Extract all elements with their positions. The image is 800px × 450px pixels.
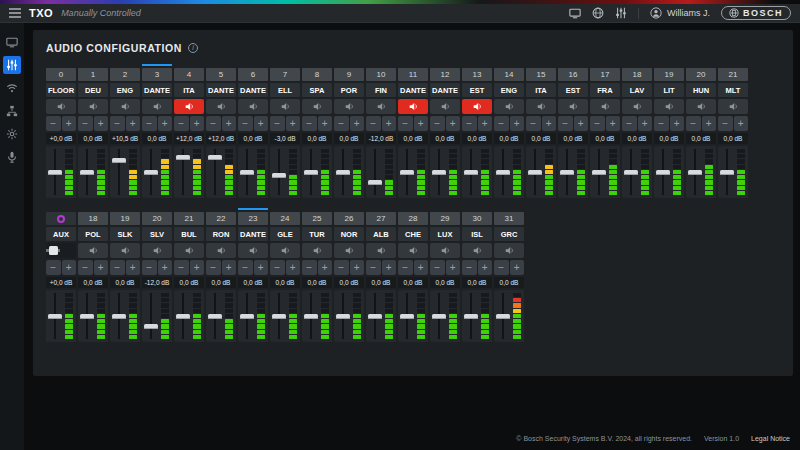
gain-increase-button[interactable]: + <box>158 260 173 275</box>
user-menu[interactable]: Williams J. <box>650 7 710 19</box>
gain-decrease-button[interactable]: − <box>142 116 157 131</box>
gain-increase-button[interactable]: + <box>414 116 429 131</box>
aux-mini-slider[interactable] <box>46 243 76 258</box>
fader-handle[interactable] <box>208 155 222 160</box>
gain-decrease-button[interactable]: − <box>78 116 93 131</box>
gain-increase-button[interactable]: + <box>638 116 653 131</box>
gain-decrease-button[interactable]: − <box>270 116 285 131</box>
fader-handle[interactable] <box>144 170 158 175</box>
gain-increase-button[interactable]: + <box>734 116 749 131</box>
gain-decrease-button[interactable]: − <box>46 260 61 275</box>
gain-increase-button[interactable]: + <box>318 260 333 275</box>
gain-decrease-button[interactable]: − <box>206 260 221 275</box>
info-icon[interactable]: i <box>188 43 198 53</box>
mute-button[interactable] <box>494 99 524 114</box>
gain-increase-button[interactable]: + <box>222 116 237 131</box>
fader-handle[interactable] <box>176 314 190 319</box>
gain-decrease-button[interactable]: − <box>238 260 253 275</box>
fader-handle[interactable] <box>496 170 510 175</box>
fader-handle[interactable] <box>656 170 670 175</box>
gain-decrease-button[interactable]: − <box>366 116 381 131</box>
gain-decrease-button[interactable]: − <box>302 116 317 131</box>
fader-handle[interactable] <box>336 314 350 319</box>
gain-decrease-button[interactable]: − <box>174 116 189 131</box>
gain-decrease-button[interactable]: − <box>398 260 413 275</box>
gain-decrease-button[interactable]: − <box>430 260 445 275</box>
fader-handle[interactable] <box>464 170 478 175</box>
mute-button[interactable] <box>302 99 332 114</box>
gain-decrease-button[interactable]: − <box>430 116 445 131</box>
fader-handle[interactable] <box>112 158 126 163</box>
display-icon[interactable] <box>569 8 581 19</box>
fader-handle[interactable] <box>624 170 638 175</box>
gain-decrease-button[interactable]: − <box>366 260 381 275</box>
fader-handle[interactable] <box>48 314 62 319</box>
gain-decrease-button[interactable]: − <box>526 116 541 131</box>
gain-increase-button[interactable]: + <box>190 260 205 275</box>
fader-handle[interactable] <box>368 180 382 185</box>
gain-decrease-button[interactable]: − <box>334 116 349 131</box>
sidebar-item-network[interactable] <box>3 102 21 120</box>
mute-button[interactable] <box>686 99 716 114</box>
fader-handle[interactable] <box>272 173 286 178</box>
gain-decrease-button[interactable]: − <box>174 260 189 275</box>
fader-handle[interactable] <box>304 170 318 175</box>
mute-button[interactable] <box>334 243 364 258</box>
fader-handle[interactable] <box>240 170 254 175</box>
sidebar-item-wifi[interactable] <box>3 79 21 97</box>
mute-button[interactable] <box>206 99 236 114</box>
gain-decrease-button[interactable]: − <box>398 116 413 131</box>
gain-increase-button[interactable]: + <box>62 260 77 275</box>
gain-increase-button[interactable]: + <box>510 260 525 275</box>
fader-handle[interactable] <box>560 170 574 175</box>
fader-handle[interactable] <box>304 314 318 319</box>
aux-record-button[interactable] <box>46 212 76 225</box>
mute-button[interactable] <box>78 243 108 258</box>
gain-increase-button[interactable]: + <box>94 260 109 275</box>
fader-handle[interactable] <box>400 314 414 319</box>
fader-handle[interactable] <box>112 314 126 319</box>
mute-button[interactable] <box>430 243 460 258</box>
mute-button[interactable] <box>142 99 172 114</box>
mute-button[interactable] <box>462 99 492 114</box>
gain-increase-button[interactable]: + <box>62 116 77 131</box>
mute-button[interactable] <box>398 99 428 114</box>
gain-increase-button[interactable]: + <box>670 116 685 131</box>
sidebar-item-interpreter[interactable] <box>3 148 21 166</box>
mute-button[interactable] <box>718 99 748 114</box>
mute-button[interactable] <box>78 99 108 114</box>
gain-increase-button[interactable]: + <box>446 116 461 131</box>
gain-increase-button[interactable]: + <box>222 260 237 275</box>
gain-decrease-button[interactable]: − <box>718 116 733 131</box>
mute-button[interactable] <box>558 99 588 114</box>
gain-decrease-button[interactable]: − <box>270 260 285 275</box>
fader-handle[interactable] <box>240 314 254 319</box>
aux-slider-knob[interactable] <box>49 246 58 255</box>
fader-handle[interactable] <box>400 170 414 175</box>
legal-notice-link[interactable]: Legal Notice <box>751 435 790 442</box>
mute-button[interactable] <box>110 99 140 114</box>
mute-button[interactable] <box>174 99 204 114</box>
gain-increase-button[interactable]: + <box>286 260 301 275</box>
fader-handle[interactable] <box>208 314 222 319</box>
fader-handle[interactable] <box>272 314 286 319</box>
gain-decrease-button[interactable]: − <box>686 116 701 131</box>
fader-handle[interactable] <box>528 170 542 175</box>
fader-handle[interactable] <box>464 314 478 319</box>
fader-handle[interactable] <box>688 170 702 175</box>
mute-button[interactable] <box>238 243 268 258</box>
fader-handle[interactable] <box>432 314 446 319</box>
mute-button[interactable] <box>430 99 460 114</box>
gain-decrease-button[interactable]: − <box>558 116 573 131</box>
gain-decrease-button[interactable]: − <box>494 116 509 131</box>
gain-decrease-button[interactable]: − <box>110 116 125 131</box>
gain-increase-button[interactable]: + <box>382 260 397 275</box>
globe-icon[interactable] <box>592 7 604 19</box>
mute-button[interactable] <box>366 99 396 114</box>
sidebar-item-audio-configuration[interactable] <box>3 56 21 74</box>
gain-decrease-button[interactable]: − <box>78 260 93 275</box>
gain-increase-button[interactable]: + <box>478 260 493 275</box>
gain-increase-button[interactable]: + <box>350 260 365 275</box>
gain-decrease-button[interactable]: − <box>590 116 605 131</box>
gain-increase-button[interactable]: + <box>190 116 205 131</box>
